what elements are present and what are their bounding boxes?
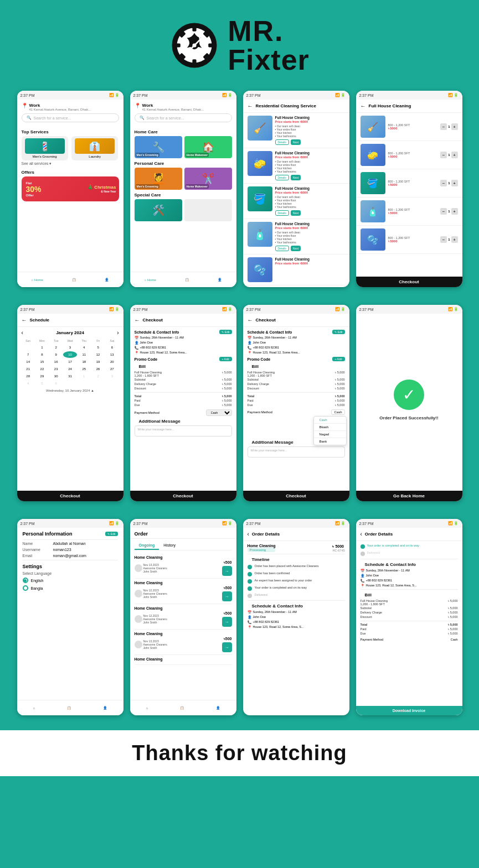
tab-ongoing[interactable]: Ongoing	[135, 542, 159, 550]
add-promo-btn-2[interactable]: + Add	[332, 357, 345, 361]
cal-day-29[interactable]: 29	[35, 373, 49, 380]
cal-day-9[interactable]: 9	[49, 351, 63, 358]
nav-profile-9[interactable]: 👤	[103, 706, 107, 710]
cat-img-special[interactable]: 🛠️	[135, 199, 182, 221]
cal-day-5[interactable]: 5	[91, 344, 105, 351]
back-arrow-5[interactable]: ←	[22, 317, 27, 323]
next-btn-4[interactable]: Next	[291, 246, 301, 251]
edit-btn-2[interactable]: ✎ Edit	[332, 330, 344, 334]
cal-day-26[interactable]: 26	[91, 366, 105, 372]
edit-btn-1[interactable]: ✎ Edit	[219, 330, 231, 334]
back-arrow-4[interactable]: ←	[360, 103, 366, 109]
prev-month-btn[interactable]: ‹	[22, 330, 23, 336]
qty-minus-1[interactable]: −	[440, 123, 447, 130]
qty-plus-2[interactable]: +	[451, 152, 458, 158]
cal-day-22[interactable]: 22	[35, 366, 49, 372]
go-home-btn[interactable]: Go Back Home	[356, 491, 462, 501]
nav-orders[interactable]: 📋	[72, 278, 76, 282]
qty-plus-1[interactable]: +	[451, 123, 458, 130]
cal-day-16[interactable]: 16	[49, 358, 63, 365]
cat-img-grooming[interactable]: 🔧 Men's Grooming	[135, 136, 182, 158]
checkout-bar-schedule[interactable]: Checkout	[17, 491, 123, 501]
nav-orders-2[interactable]: 📋	[185, 278, 189, 282]
checkout-btn-1[interactable]: Checkout	[130, 491, 236, 501]
dropdown-bkash[interactable]: Bkash	[314, 424, 346, 431]
qty-plus-4[interactable]: +	[451, 208, 458, 215]
order-action-2[interactable]: →	[222, 591, 232, 601]
cal-day-3[interactable]: 3	[63, 344, 76, 351]
cal-day-11[interactable]: 11	[78, 351, 91, 358]
order-action-3[interactable]: →	[222, 617, 232, 627]
service-grooming[interactable]: 💈 Men's Grooming	[22, 136, 68, 160]
qty-minus-2[interactable]: −	[440, 152, 447, 158]
nav-home-2[interactable]: ⌂ Home	[145, 278, 156, 282]
cal-day-13[interactable]: 13	[105, 351, 119, 358]
tab-history[interactable]: History	[159, 542, 180, 550]
cal-day-28[interactable]: 28	[22, 373, 35, 380]
order-action-4[interactable]: →	[222, 642, 232, 652]
nav-profile[interactable]: 👤	[105, 278, 109, 282]
see-all-link[interactable]: See all services ▾	[17, 160, 123, 167]
cal-day-14[interactable]: 14	[22, 358, 35, 365]
cal-day-24[interactable]: 24	[63, 366, 76, 372]
cal-day-8[interactable]: 8	[35, 351, 49, 358]
back-arrow-7[interactable]: ←	[248, 317, 253, 323]
nav-orders-10[interactable]: 📋	[180, 706, 184, 710]
cal-day-2[interactable]: 2	[49, 344, 63, 351]
cal-day-23[interactable]: 23	[49, 366, 63, 372]
qty-minus-5[interactable]: −	[440, 236, 447, 243]
details-btn-4[interactable]: Details	[275, 246, 289, 251]
qty-minus-4[interactable]: −	[440, 208, 447, 215]
next-month-btn[interactable]: ›	[117, 330, 119, 336]
search-bar[interactable]: 🔍 Search for a service...	[22, 113, 119, 122]
next-btn-2[interactable]: Next	[291, 175, 301, 180]
back-arrow-12[interactable]: ‹	[360, 531, 362, 537]
qty-minus-3[interactable]: −	[440, 180, 447, 186]
dropdown-cash[interactable]: Cash	[314, 417, 346, 424]
cal-day-25[interactable]: 25	[78, 366, 91, 372]
next-btn-1[interactable]: Next	[291, 139, 301, 145]
cat-img-makeover[interactable]: 🏠 Home Makeover	[184, 136, 232, 158]
nav-home[interactable]: ⌂ Home	[32, 278, 43, 282]
cal-day-31[interactable]: 31	[63, 373, 76, 380]
cal-day-6[interactable]: 6	[105, 344, 119, 351]
cal-day-27[interactable]: 27	[105, 366, 119, 372]
cal-day-20[interactable]: 20	[105, 358, 119, 365]
lang-english[interactable]: English	[23, 578, 118, 583]
profile-edit-btn[interactable]: ✎ Edit	[105, 532, 117, 536]
details-btn-2[interactable]: Details	[275, 175, 289, 180]
cal-day-1[interactable]: 1	[35, 344, 49, 351]
cal-day-21[interactable]: 21	[22, 366, 35, 372]
nav-home-10[interactable]: ⌂	[146, 706, 148, 710]
qty-plus-5[interactable]: +	[451, 236, 458, 243]
next-btn-3[interactable]: Next	[291, 210, 301, 216]
download-invoice-btn[interactable]: Download Invoice	[356, 706, 462, 715]
cal-day-7[interactable]: 7	[22, 351, 35, 358]
cat-img-special2[interactable]	[184, 199, 232, 221]
nav-profile-10[interactable]: 👤	[216, 706, 220, 710]
cal-day-10[interactable]: 10	[63, 351, 76, 358]
cal-day-18[interactable]: 18	[78, 358, 91, 365]
cal-day-30[interactable]: 30	[49, 373, 63, 380]
message-input-1[interactable]: Write your message here...	[135, 425, 232, 436]
back-arrow-6[interactable]: ←	[135, 317, 140, 323]
lang-bangla[interactable]: Bangla	[23, 585, 118, 591]
cat-img-personal[interactable]: 💆 Men's Grooming	[135, 168, 182, 190]
cal-day-17[interactable]: 17	[63, 358, 76, 365]
message-input-2[interactable]: Write your message here...	[248, 446, 345, 458]
checkout-btn-2[interactable]: Checkout	[243, 491, 349, 501]
service-laundry[interactable]: 👔 Laundry	[71, 136, 118, 160]
nav-orders-9[interactable]: 📋	[67, 706, 71, 710]
details-btn-3[interactable]: Details	[275, 210, 289, 216]
checkout-bar-fhc[interactable]: Checkout	[356, 277, 462, 287]
cal-day-12[interactable]: 12	[91, 351, 105, 358]
back-arrow-11[interactable]: ‹	[248, 531, 249, 537]
details-btn-1[interactable]: Details	[275, 139, 289, 145]
back-arrow-3[interactable]: ←	[248, 103, 253, 109]
dropdown-bank[interactable]: Bank	[314, 438, 346, 445]
order-action-1[interactable]: →	[222, 566, 232, 576]
cat-img-makeover2[interactable]: ✂️ Home Makeover	[184, 168, 232, 190]
nav-home-9[interactable]: ⌂	[33, 706, 35, 710]
nav-profile-2[interactable]: 👤	[218, 278, 222, 282]
add-promo-btn-1[interactable]: + Add	[219, 357, 232, 361]
